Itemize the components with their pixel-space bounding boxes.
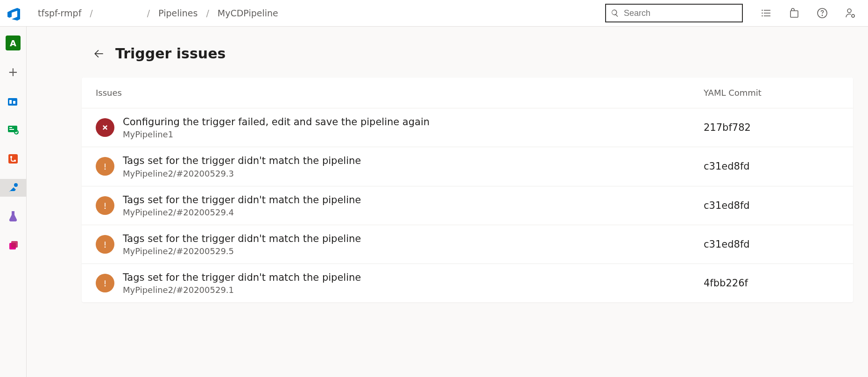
issue-subtitle: MyPipeline2/#20200529.1 <box>123 285 704 295</box>
main-content: Trigger issues Issues YAML Commit Config… <box>27 27 868 377</box>
svg-point-35 <box>105 285 106 287</box>
search-input[interactable] <box>624 8 737 18</box>
svg-point-20 <box>14 160 16 162</box>
user-settings-icon[interactable] <box>836 0 864 27</box>
search-icon <box>611 9 619 17</box>
nav-artifacts[interactable] <box>4 237 22 255</box>
issue-title: Tags set for the trigger didn't match th… <box>123 271 704 284</box>
table-header: Issues YAML Commit <box>82 78 853 108</box>
svg-point-4 <box>762 13 762 14</box>
issue-row[interactable]: Tags set for the trigger didn't match th… <box>82 264 853 302</box>
svg-rect-28 <box>105 164 106 168</box>
issue-title: Tags set for the trigger didn't match th… <box>123 155 704 167</box>
svg-rect-18 <box>8 154 18 164</box>
svg-point-19 <box>10 156 12 158</box>
issue-row[interactable]: Tags set for the trigger didn't match th… <box>82 147 853 186</box>
svg-rect-15 <box>9 127 12 128</box>
issue-commit: c31ed8fd <box>704 200 839 211</box>
svg-point-21 <box>14 183 18 187</box>
arrow-left-icon <box>93 48 105 60</box>
breadcrumb-section[interactable]: Pipelines <box>158 8 198 18</box>
issues-list: Configuring the trigger failed, edit and… <box>82 108 853 302</box>
list-icon[interactable] <box>752 0 780 27</box>
project-avatar[interactable]: A <box>4 34 22 52</box>
page-title: Trigger issues <box>115 45 226 62</box>
breadcrumb-pipeline[interactable]: MyCDPipeline <box>218 8 278 18</box>
breadcrumb-org[interactable]: tfspf-rmpf <box>38 8 81 18</box>
issue-row[interactable]: Tags set for the trigger didn't match th… <box>82 186 853 225</box>
issue-subtitle: MyPipeline1 <box>123 129 704 139</box>
nav-boards[interactable] <box>4 121 22 139</box>
issue-commit: 4fbb226f <box>704 277 839 289</box>
breadcrumb-separator: / <box>206 8 209 18</box>
issue-subtitle: MyPipeline2/#20200529.3 <box>123 169 704 178</box>
svg-point-5 <box>762 16 762 16</box>
svg-point-9 <box>847 9 851 13</box>
nav-testplans[interactable] <box>4 208 22 226</box>
azure-devops-logo[interactable] <box>0 6 27 21</box>
nav-repos[interactable] <box>4 150 22 168</box>
back-button[interactable] <box>92 47 106 61</box>
warning-icon <box>96 274 114 292</box>
breadcrumb: tfspf-rmpf / / Pipelines / MyCDPipeline <box>27 8 278 18</box>
svg-point-33 <box>105 247 106 248</box>
issue-row[interactable]: Configuring the trigger failed, edit and… <box>82 108 853 147</box>
add-button[interactable]: + <box>4 63 22 81</box>
svg-point-8 <box>822 15 822 15</box>
testplans-icon <box>7 210 20 223</box>
svg-rect-16 <box>9 129 14 130</box>
warning-icon <box>96 196 114 215</box>
help-icon[interactable] <box>808 0 836 27</box>
warning-icon <box>96 235 114 254</box>
issue-text: Tags set for the trigger didn't match th… <box>123 194 704 217</box>
issue-title: Tags set for the trigger didn't match th… <box>123 233 704 245</box>
issue-text: Configuring the trigger failed, edit and… <box>123 116 704 139</box>
svg-point-3 <box>762 10 762 11</box>
svg-rect-24 <box>11 241 18 248</box>
nav-overview[interactable] <box>4 92 22 110</box>
svg-rect-12 <box>9 100 12 104</box>
issue-subtitle: MyPipeline2/#20200529.5 <box>123 246 704 256</box>
svg-rect-32 <box>105 242 106 245</box>
svg-rect-13 <box>13 101 15 104</box>
error-icon <box>96 118 114 137</box>
issue-text: Tags set for the trigger didn't match th… <box>123 271 704 295</box>
svg-rect-22 <box>12 211 14 213</box>
issue-text: Tags set for the trigger didn't match th… <box>123 155 704 178</box>
topbar: tfspf-rmpf / / Pipelines / MyCDPipeline <box>0 0 868 27</box>
plus-icon: + <box>8 65 18 79</box>
issue-row[interactable]: Tags set for the trigger didn't match th… <box>82 225 853 264</box>
warning-icon <box>96 157 114 176</box>
marketplace-icon[interactable] <box>780 0 808 27</box>
top-actions <box>752 0 864 27</box>
issue-title: Configuring the trigger failed, edit and… <box>123 116 704 128</box>
issue-commit: 217bf782 <box>704 122 839 133</box>
page-header: Trigger issues <box>27 27 868 78</box>
svg-rect-6 <box>790 11 798 17</box>
svg-point-17 <box>14 130 19 135</box>
issue-title: Tags set for the trigger didn't match th… <box>123 194 704 206</box>
overview-icon <box>7 94 20 107</box>
issues-card: Issues YAML Commit Configuring the trigg… <box>82 78 853 302</box>
repos-icon <box>7 152 20 165</box>
boards-icon <box>7 123 20 136</box>
svg-rect-34 <box>105 280 106 284</box>
issue-subtitle: MyPipeline2/#20200529.4 <box>123 207 704 217</box>
issue-commit: c31ed8fd <box>704 239 839 250</box>
svg-point-31 <box>105 207 106 209</box>
nav-pipelines[interactable] <box>0 179 27 197</box>
issue-text: Tags set for the trigger didn't match th… <box>123 233 704 256</box>
artifacts-icon <box>7 239 20 252</box>
breadcrumb-separator: / <box>147 8 150 18</box>
issue-commit: c31ed8fd <box>704 161 839 172</box>
col-header-commit: YAML Commit <box>704 88 839 98</box>
left-nav-rail: A + <box>0 27 27 377</box>
pipelines-icon <box>7 181 20 194</box>
search-box[interactable] <box>605 4 743 22</box>
col-header-issues: Issues <box>96 88 704 98</box>
svg-rect-30 <box>105 203 106 206</box>
svg-point-29 <box>105 169 106 170</box>
breadcrumb-separator: / <box>90 8 92 18</box>
